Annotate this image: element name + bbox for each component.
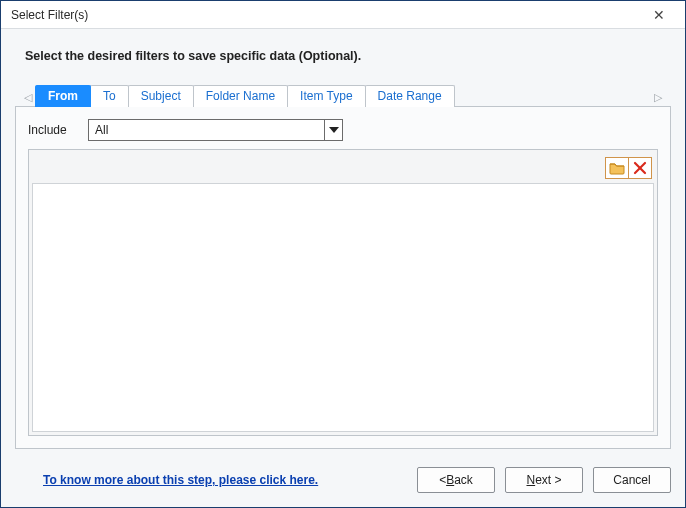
next-button[interactable]: Next > bbox=[505, 467, 583, 493]
chevron-right-icon: ▷ bbox=[654, 91, 662, 104]
instruction-text: Select the desired filters to save speci… bbox=[25, 49, 661, 63]
tab-subject[interactable]: Subject bbox=[128, 85, 194, 107]
delete-x-icon bbox=[633, 161, 647, 175]
tab-folder-name[interactable]: Folder Name bbox=[193, 85, 288, 107]
chevron-down-icon bbox=[329, 127, 339, 133]
help-link[interactable]: To know more about this step, please cli… bbox=[43, 473, 318, 487]
dialog-select-filters: Select Filter(s) ✕ Select the desired fi… bbox=[0, 0, 686, 508]
browse-button[interactable] bbox=[605, 157, 629, 179]
include-row: Include All bbox=[28, 119, 658, 141]
window-title: Select Filter(s) bbox=[11, 8, 639, 22]
folder-icon bbox=[609, 161, 625, 175]
include-dropdown-button[interactable] bbox=[324, 120, 342, 140]
tabs-scroll-left[interactable]: ◁ bbox=[21, 87, 35, 107]
close-icon: ✕ bbox=[653, 7, 665, 23]
tab-row: ◁ From To Subject Folder Name Item Type … bbox=[15, 85, 671, 107]
chevron-left-icon: ◁ bbox=[24, 91, 32, 104]
back-button[interactable]: < Back bbox=[417, 467, 495, 493]
include-dropdown[interactable]: All bbox=[88, 119, 343, 141]
tab-panel: Include All bbox=[15, 106, 671, 449]
tab-date-range[interactable]: Date Range bbox=[365, 85, 455, 107]
tab-item-type[interactable]: Item Type bbox=[287, 85, 365, 107]
tab-from[interactable]: From bbox=[35, 85, 91, 107]
tab-to[interactable]: To bbox=[90, 85, 129, 107]
tabs-scroll-right[interactable]: ▷ bbox=[651, 87, 665, 107]
filter-list-container bbox=[28, 149, 658, 436]
content-area: Select the desired filters to save speci… bbox=[1, 29, 685, 457]
filter-list[interactable] bbox=[32, 183, 654, 432]
close-button[interactable]: ✕ bbox=[639, 3, 679, 27]
footer: To know more about this step, please cli… bbox=[1, 457, 685, 507]
remove-button[interactable] bbox=[628, 157, 652, 179]
titlebar: Select Filter(s) ✕ bbox=[1, 1, 685, 29]
tabs: From To Subject Folder Name Item Type Da… bbox=[35, 85, 651, 107]
list-toolbar bbox=[32, 153, 654, 183]
cancel-button[interactable]: Cancel bbox=[593, 467, 671, 493]
include-dropdown-value: All bbox=[89, 123, 324, 137]
svg-marker-0 bbox=[329, 127, 339, 133]
include-label: Include bbox=[28, 123, 76, 137]
